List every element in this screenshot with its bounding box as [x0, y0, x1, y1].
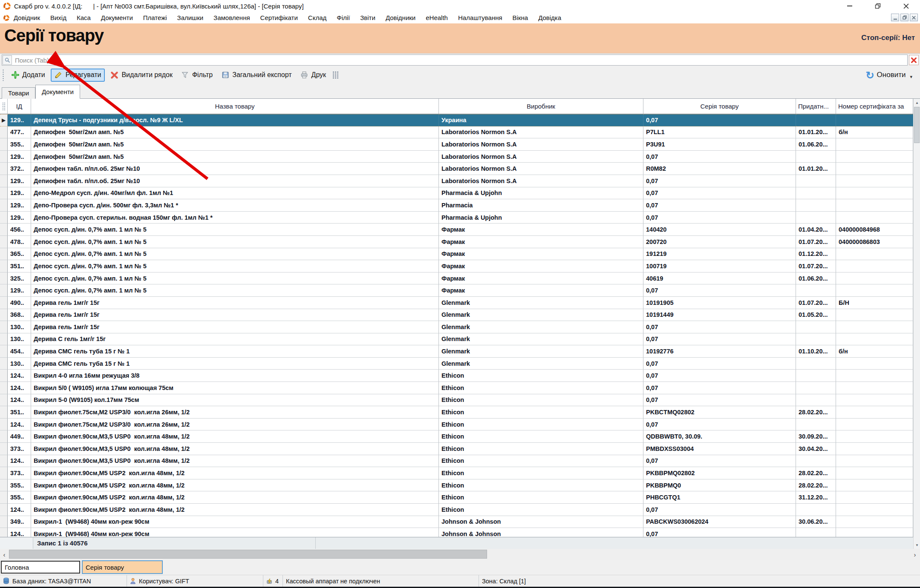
- table-row[interactable]: 372..Депиофен табл. п/пл.об. 25мг №10Lab…: [0, 163, 913, 175]
- cell-manu[interactable]: Pharmacia & Upjohn: [439, 212, 643, 224]
- filter-button[interactable]: Фільтр: [178, 69, 216, 81]
- cell-manu[interactable]: Glenmark: [439, 345, 643, 358]
- cell-cert[interactable]: [836, 430, 913, 443]
- table-row[interactable]: ▶129..Депенд Трусы - подгузники д/взросл…: [0, 114, 913, 126]
- menu-item[interactable]: Залишки: [177, 14, 204, 21]
- cell-id[interactable]: 355..: [8, 491, 31, 504]
- cell-manu[interactable]: Украина: [439, 114, 643, 126]
- refresh-button[interactable]: ↻ Оновити: [865, 71, 906, 79]
- cell-valid[interactable]: 01.01.20...: [796, 163, 836, 175]
- cell-name[interactable]: Дерива СМС гель туба 15 г № 1: [31, 358, 439, 370]
- menu-item[interactable]: Документи: [101, 14, 133, 21]
- cell-manu[interactable]: Ethicon: [439, 467, 643, 479]
- row-marker[interactable]: [0, 163, 8, 175]
- table-row[interactable]: 124..Викрил 5/0 ( W9105) игла 17мм колющ…: [0, 382, 913, 394]
- cell-id[interactable]: 129..: [8, 151, 31, 163]
- cell-id[interactable]: 490..: [8, 297, 31, 309]
- cell-id[interactable]: 129..: [8, 175, 31, 187]
- table-row[interactable]: 365..Депос сусп. д/ин. 0,7% амп. 1 мл № …: [0, 248, 913, 261]
- table-row[interactable]: 355..Викрил фиолет.90см,М5 USP2 кол.игла…: [0, 479, 913, 492]
- scroll-up-icon[interactable]: ▲: [914, 99, 920, 106]
- table-row[interactable]: 124..Викрил-1 (W9468) 40мм кол-реж 90смJ…: [0, 528, 913, 537]
- cell-series[interactable]: 140420: [643, 224, 796, 236]
- cell-valid[interactable]: 01.01.20...: [796, 126, 836, 139]
- row-marker[interactable]: [0, 430, 8, 443]
- row-marker[interactable]: [0, 224, 8, 236]
- cell-name[interactable]: Дерива С гель 1мг/г 15г: [31, 333, 439, 346]
- cell-valid[interactable]: [796, 394, 836, 407]
- row-marker[interactable]: [0, 504, 8, 516]
- cell-series[interactable]: 0,07: [643, 187, 796, 200]
- table-row[interactable]: 129..Депиофен табл. п/пл.об. 25мг №10Lab…: [0, 175, 913, 187]
- table-row[interactable]: 478..Депос сусп. д/ин. 0,7% амп. 1 мл № …: [0, 236, 913, 248]
- row-marker[interactable]: [0, 236, 8, 248]
- cell-name[interactable]: Викрил 5/0 ( W9105) игла 17мм колющая 75…: [31, 382, 439, 394]
- cell-name[interactable]: Викрил фиолет.90см,М5 USP2 кол.игла 48мм…: [31, 504, 439, 516]
- table-row[interactable]: 129..Депос сусп. д/ин. 0,7% амп. 1 мл № …: [0, 284, 913, 297]
- scroll-right-icon[interactable]: ›: [911, 549, 919, 560]
- search-input[interactable]: [12, 57, 907, 64]
- cell-name[interactable]: Викрил-1 (W9468) 40мм кол-реж 90см: [31, 516, 439, 528]
- cell-series[interactable]: 10192776: [643, 345, 796, 358]
- row-marker[interactable]: [0, 272, 8, 285]
- table-row[interactable]: 477..Депиофен 50мг/2мл амп. №5Laboratori…: [0, 126, 913, 139]
- selected-row-marker[interactable]: ▶: [0, 114, 8, 126]
- menu-item[interactable]: Вихід: [50, 14, 66, 21]
- cell-id[interactable]: 130..: [8, 321, 31, 333]
- table-row[interactable]: 124..Викрил фиолет.75см,М2 USP3/0 кол.иг…: [0, 419, 913, 431]
- cell-series[interactable]: 0,07: [643, 455, 796, 468]
- menu-item[interactable]: Платежі: [143, 14, 167, 21]
- cell-cert[interactable]: [836, 455, 913, 468]
- cell-id[interactable]: 129..: [8, 199, 31, 212]
- cell-id[interactable]: 129..: [8, 212, 31, 224]
- cell-name[interactable]: Викрил фиолет.90см,М3,5 USP0 кол.игла 48…: [31, 455, 439, 468]
- cell-series[interactable]: 10191905: [643, 297, 796, 309]
- cell-manu[interactable]: Pharmacia: [439, 199, 643, 212]
- cell-cert[interactable]: [836, 394, 913, 407]
- cell-series[interactable]: 0,07: [643, 151, 796, 163]
- cell-cert[interactable]: [836, 504, 913, 516]
- cell-name[interactable]: Дерива гель 1мг/г 15г: [31, 309, 439, 321]
- table-row[interactable]: 456..Депос сусп. д/ин. 0,7% амп. 1 мл № …: [0, 224, 913, 236]
- row-marker[interactable]: [0, 297, 8, 309]
- cell-valid[interactable]: 01.06.20...: [796, 272, 836, 285]
- table-row[interactable]: 449..Викрил фиолет.90см,М3,5 USP0 кол.иг…: [0, 430, 913, 443]
- cell-valid[interactable]: [796, 212, 836, 224]
- cell-cert[interactable]: [836, 479, 913, 492]
- cell-id[interactable]: 351..: [8, 406, 31, 419]
- close-button[interactable]: [892, 0, 920, 12]
- cell-cert[interactable]: б/н: [836, 126, 913, 139]
- table-row[interactable]: 129..Депо-Провера сусп. стерильн. водная…: [0, 212, 913, 224]
- cell-cert[interactable]: [836, 114, 913, 126]
- menu-item[interactable]: Склад: [308, 14, 326, 21]
- cell-id[interactable]: 130..: [8, 358, 31, 370]
- cell-name[interactable]: Викрил-1 (W9468) 40мм кол-реж 90см: [31, 528, 439, 537]
- cell-id[interactable]: 130..: [8, 333, 31, 346]
- bottom-tab-series[interactable]: Серія товару: [82, 560, 163, 574]
- cell-valid[interactable]: [796, 114, 836, 126]
- tab-tovary[interactable]: Товари: [2, 87, 35, 99]
- row-marker[interactable]: [0, 516, 8, 528]
- row-marker[interactable]: [0, 382, 8, 394]
- cell-manu[interactable]: Laboratorios Normon S.A: [439, 175, 643, 187]
- mdi-minimize-button[interactable]: [891, 14, 899, 21]
- cell-manu[interactable]: Glenmark: [439, 321, 643, 333]
- cell-valid[interactable]: [796, 370, 836, 382]
- cell-manu[interactable]: Ethicon: [439, 504, 643, 516]
- row-marker[interactable]: [0, 455, 8, 468]
- cell-name[interactable]: Депос сусп. д/ин. 0,7% амп. 1 мл № 5: [31, 284, 439, 297]
- cell-manu[interactable]: Ethicon: [439, 370, 643, 382]
- cell-manu[interactable]: Ethicon: [439, 455, 643, 468]
- cell-id[interactable]: 124..: [8, 394, 31, 407]
- cell-id[interactable]: 372..: [8, 163, 31, 175]
- scroll-left-icon[interactable]: ‹: [0, 549, 9, 560]
- table-row[interactable]: 368..Дерива гель 1мг/г 15гGlenmark101914…: [0, 309, 913, 321]
- column-header-series[interactable]: Серія товару: [643, 99, 796, 114]
- cell-manu[interactable]: Ethicon: [439, 443, 643, 455]
- cell-series[interactable]: 191219: [643, 248, 796, 261]
- cell-valid[interactable]: [796, 333, 836, 346]
- cell-id[interactable]: 355..: [8, 138, 31, 151]
- cell-manu[interactable]: Ethicon: [439, 479, 643, 492]
- table-row[interactable]: 130..Дерива СМС гель туба 15 г № 1Glenma…: [0, 358, 913, 370]
- cell-name[interactable]: Викрил 4-0 игла 16мм режущая 3/8: [31, 370, 439, 382]
